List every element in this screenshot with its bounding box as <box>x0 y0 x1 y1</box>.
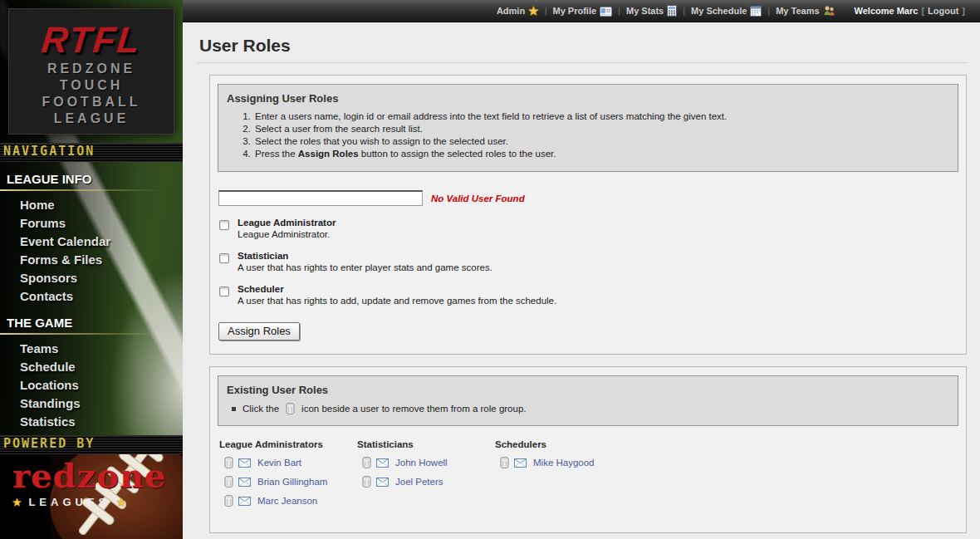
bin-icon[interactable] <box>500 457 509 468</box>
square-bullet <box>232 407 236 411</box>
note-text-post: icon beside a user to remove them from a… <box>301 404 526 414</box>
email-icon[interactable] <box>514 458 527 468</box>
star-icon: ★ <box>117 497 126 508</box>
sidebar-item-event-calendar[interactable]: Event Calendar <box>0 233 183 251</box>
sidebar: RTFL REDZONETOUCHFOOTBALLLEAGUE NAVIGATI… <box>0 0 183 539</box>
user-row-kevin-bart: Kevin Bart <box>224 457 329 468</box>
content-area: User Roles Assigning User Roles Enter a … <box>183 22 980 539</box>
assigning-instructions-box: Assigning User Roles Enter a users name,… <box>218 84 958 172</box>
topbar: Admin★|My Profile|My Stats|My Schedule|M… <box>183 0 980 22</box>
bin-icon[interactable] <box>224 495 233 507</box>
email-icon[interactable] <box>376 458 389 468</box>
topbar-item-label: My Stats <box>626 6 664 16</box>
sidebar-item-teams[interactable]: Teams <box>0 340 183 358</box>
group-icon <box>823 5 835 17</box>
star-icon: ★ <box>12 497 22 508</box>
section-underline <box>0 333 183 335</box>
role-text: StatisticianA user that has rights to en… <box>238 251 492 272</box>
topbar-item-label: My Teams <box>776 6 819 16</box>
navigation-strip: NAVIGATION <box>0 143 183 162</box>
user-link-brian-gillingham[interactable]: Brian Gillingham <box>257 477 327 487</box>
user-row-joel-peters: Joel Peters <box>362 476 467 488</box>
role-row-scheduler: SchedulerA user that has rights to add, … <box>218 284 958 306</box>
role-group-schedulers: SchedulersMike Haygood <box>495 439 605 514</box>
league-logo: RTFL REDZONETOUCHFOOTBALLLEAGUE <box>8 8 174 135</box>
role-group-title: League Administrators <box>219 439 329 449</box>
bin-icon[interactable] <box>224 457 233 468</box>
sidebar-section-title: THE GAME <box>0 314 183 331</box>
sidebar-item-locations[interactable]: Locations <box>0 376 183 394</box>
bin-icon[interactable] <box>362 457 371 468</box>
topbar-item-my-profile[interactable]: My Profile <box>553 5 613 16</box>
topbar-item-label: My Profile <box>553 6 597 16</box>
existing-heading: Existing User Roles <box>227 384 949 396</box>
sidebar-item-sponsors[interactable]: Sponsors <box>0 269 183 287</box>
logout-bracket-open: [ <box>921 6 924 16</box>
role-name-label: League Administrator <box>238 218 336 228</box>
email-icon[interactable] <box>238 497 251 506</box>
app-root: RTFL REDZONETOUCHFOOTBALLLEAGUE NAVIGATI… <box>0 0 980 539</box>
page-title: User Roles <box>199 36 967 56</box>
topbar-item-my-stats[interactable]: My Stats <box>626 5 677 17</box>
topbar-item-my-schedule[interactable]: My Schedule <box>691 5 762 17</box>
user-row-mike-haygood: Mike Haygood <box>500 457 605 468</box>
existing-roles-panel: Existing User Roles Click the icon besid… <box>209 366 967 533</box>
role-checkbox-statistician[interactable] <box>219 253 229 263</box>
logout-bracket-close: ] <box>962 6 965 16</box>
assign-roles-panel: Assigning User Roles Enter a users name,… <box>209 75 967 355</box>
topbar-item-label: My Schedule <box>691 6 747 16</box>
assigning-step: Select the roles that you wish to assign… <box>253 136 949 146</box>
sidebar-item-forums[interactable]: Forums <box>0 214 183 233</box>
vcard-icon <box>600 5 612 16</box>
role-groups: League AdministratorsKevin BartBrian Gil… <box>219 439 958 514</box>
user-search-input[interactable] <box>218 190 423 206</box>
role-checkbox-scheduler[interactable] <box>219 287 229 296</box>
sidebar-item-forms-files[interactable]: Forms & Files <box>0 251 183 269</box>
assigning-steps: Enter a users name, login id or email ad… <box>253 111 949 159</box>
sidebar-item-statistics[interactable]: Statistics <box>0 413 183 431</box>
user-link-mike-haygood[interactable]: Mike Haygood <box>533 458 595 468</box>
title-divider <box>198 62 967 63</box>
role-group-league-administrators: League AdministratorsKevin BartBrian Gil… <box>219 439 329 514</box>
sidebar-item-standings[interactable]: Standings <box>0 394 183 413</box>
user-search-row: No Valid User Found <box>218 190 958 206</box>
topbar-separator: | <box>618 6 620 16</box>
topbar-separator: | <box>683 6 685 16</box>
bin-icon <box>286 403 295 414</box>
assigning-step: Select a user from the search result lis… <box>253 124 949 134</box>
star-icon: ★ <box>528 5 539 17</box>
role-description: League Administrator. <box>238 229 336 239</box>
role-checkbox-list: League AdministratorLeague Administrator… <box>218 218 958 306</box>
email-icon[interactable] <box>376 478 389 487</box>
league-logo-line: LEAGUE <box>9 110 174 127</box>
bin-icon[interactable] <box>224 476 233 488</box>
user-row-marc-jeanson: Marc Jeanson <box>224 495 329 507</box>
sidebar-section-the-game: THE GAMETeamsScheduleLocationsStandingsS… <box>0 306 183 431</box>
league-logo-line: FOOTBALL <box>9 94 174 110</box>
section-underline <box>0 189 183 191</box>
user-link-kevin-bart[interactable]: Kevin Bart <box>257 458 301 468</box>
welcome-text: Welcome Marc <box>855 6 919 16</box>
user-link-john-howell[interactable]: John Howell <box>395 458 448 468</box>
role-checkbox-league-administrator[interactable] <box>219 220 229 230</box>
bin-icon[interactable] <box>362 476 371 488</box>
sidebar-item-contacts[interactable]: Contacts <box>0 287 183 306</box>
assign-roles-button[interactable]: Assign Roles <box>218 322 300 341</box>
league-logo-abbr: RTFL <box>7 19 175 61</box>
email-icon[interactable] <box>238 458 251 468</box>
assigning-heading: Assigning User Roles <box>227 92 949 105</box>
sidebar-item-home[interactable]: Home <box>0 196 183 214</box>
topbar-item-my-teams[interactable]: My Teams <box>776 5 835 17</box>
email-icon[interactable] <box>238 478 251 487</box>
user-link-joel-peters[interactable]: Joel Peters <box>395 477 443 487</box>
calendar-icon <box>750 5 762 17</box>
sidebar-nav: LEAGUE INFOHomeForumsEvent CalendarForms… <box>0 162 183 435</box>
search-status-text: No Valid User Found <box>431 194 525 203</box>
sidebar-item-schedule[interactable]: Schedule <box>0 358 183 376</box>
user-link-marc-jeanson[interactable]: Marc Jeanson <box>257 496 317 506</box>
sidebar-section-league-info: LEAGUE INFOHomeForumsEvent CalendarForms… <box>0 162 183 306</box>
logout-link[interactable]: Logout <box>928 6 958 16</box>
existing-roles-header-box: Existing User Roles Click the icon besid… <box>218 375 958 426</box>
existing-note: Click the icon beside a user to remove t… <box>232 403 949 414</box>
topbar-item-admin[interactable]: Admin★ <box>497 5 539 17</box>
